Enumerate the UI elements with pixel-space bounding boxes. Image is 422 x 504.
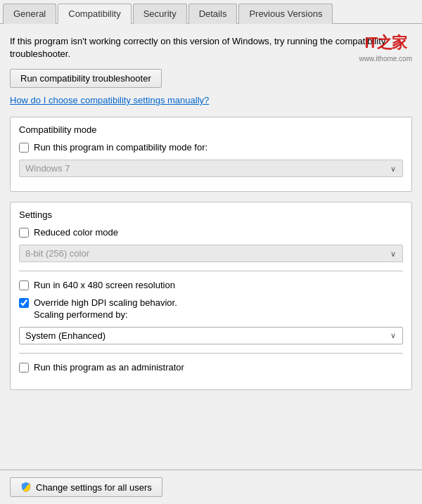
shield-icon <box>20 482 32 493</box>
settings-label: Settings <box>19 209 403 220</box>
divider-1 <box>19 271 403 271</box>
admin-label[interactable]: Run this program as an administrator <box>34 362 184 374</box>
watermark: IT之家 www.ithome.com <box>359 32 412 64</box>
screen-resolution-label[interactable]: Run in 640 x 480 screen resolution <box>34 280 175 292</box>
screen-resolution-checkbox[interactable] <box>19 280 29 290</box>
compatibility-mode-checkbox[interactable] <box>19 143 29 153</box>
tab-previous-versions[interactable]: Previous Versions <box>238 4 333 24</box>
tab-general[interactable]: General <box>3 4 56 24</box>
color-dropdown[interactable]: 8-bit (256) color 16-bit color <box>19 245 403 262</box>
dpi-override-checkbox[interactable] <box>19 298 29 308</box>
dialog: General Compatibility Security Details P… <box>0 0 422 504</box>
admin-checkbox[interactable] <box>19 363 29 373</box>
compatibility-dropdown[interactable]: Windows 7 Windows 8 Windows XP (Service … <box>19 160 403 177</box>
compatibility-dropdown-row: Windows 7 Windows 8 Windows XP (Service … <box>19 160 403 177</box>
compatibility-mode-label: Compatibility mode <box>19 124 403 135</box>
tab-details[interactable]: Details <box>188 4 238 24</box>
dpi-override-label[interactable]: Override high DPI scaling behavior. Scal… <box>34 297 177 321</box>
reduced-color-row: Reduced color mode <box>19 227 403 239</box>
admin-row: Run this program as an administrator <box>19 362 403 374</box>
watermark-logo: IT之家 <box>359 32 412 54</box>
bottom-bar: Change settings for all users <box>0 470 422 504</box>
settings-section: Settings Reduced color mode 8-bit (256) … <box>10 202 412 389</box>
tab-bar: General Compatibility Security Details P… <box>0 0 422 24</box>
reduced-color-label[interactable]: Reduced color mode <box>34 227 118 239</box>
dpi-override-row: Override high DPI scaling behavior. Scal… <box>19 297 403 321</box>
intro-section: If this program isn't working correctly … <box>10 35 412 60</box>
color-dropdown-row: 8-bit (256) color 16-bit color <box>19 245 403 262</box>
reduced-color-checkbox[interactable] <box>19 228 29 238</box>
compatibility-mode-row: Run this program in compatibility mode f… <box>19 142 403 154</box>
main-content: If this program isn't working correctly … <box>0 24 422 470</box>
watermark-url: www.ithome.com <box>359 54 412 64</box>
intro-text: If this program isn't working correctly … <box>10 36 385 59</box>
screen-resolution-row: Run in 640 x 480 screen resolution <box>19 280 403 292</box>
dpi-dropdown-wrapper: Application System System (Enhanced) <box>19 327 403 344</box>
run-troubleshooter-button[interactable]: Run compatibility troubleshooter <box>10 69 162 88</box>
change-settings-button[interactable]: Change settings for all users <box>10 477 162 497</box>
compatibility-mode-checkbox-label[interactable]: Run this program in compatibility mode f… <box>34 142 207 154</box>
compatibility-dropdown-wrapper: Windows 7 Windows 8 Windows XP (Service … <box>19 160 403 177</box>
tab-compatibility[interactable]: Compatibility <box>58 4 131 24</box>
divider-2 <box>19 353 403 354</box>
help-link[interactable]: How do I choose compatibility settings m… <box>10 95 412 105</box>
dpi-dropdown-row: Application System System (Enhanced) <box>19 327 403 344</box>
dpi-dropdown[interactable]: Application System System (Enhanced) <box>19 327 403 344</box>
compatibility-mode-section: Compatibility mode Run this program in c… <box>10 117 412 192</box>
color-dropdown-wrapper: 8-bit (256) color 16-bit color <box>19 245 403 262</box>
tab-security[interactable]: Security <box>133 4 187 24</box>
